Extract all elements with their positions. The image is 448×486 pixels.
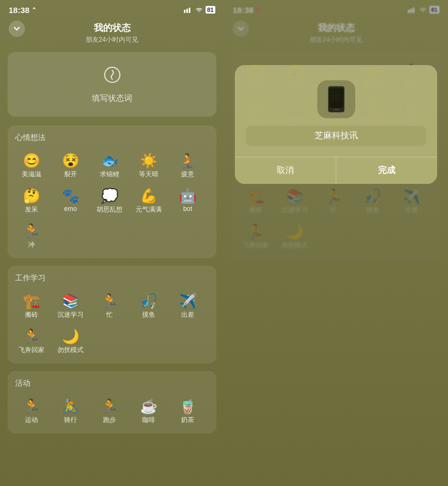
kafei-label: 咖啡: [142, 415, 155, 425]
right-battery-level: 81: [430, 6, 439, 14]
dengtianqing-label: 等天晴: [139, 170, 158, 179]
husisiluanxiang-label: 胡思乱想: [97, 205, 123, 214]
left-header: 我的状态 朋友24小时内可见: [0, 16, 224, 52]
feibenhui-icon: 🏃: [23, 329, 40, 343]
right-panel: 18:38 ♥ 81: [224, 0, 448, 486]
chucha-label: 出差: [181, 310, 194, 319]
left-header-title: 我的状态: [94, 22, 131, 34]
right-wifi-icon: [419, 7, 427, 13]
dengtianqing-icon: ☀️: [140, 154, 157, 168]
svg-marker-0: [33, 7, 36, 9]
wifi-icon: [195, 7, 203, 13]
mood-item-bot[interactable]: 🤖 bot: [169, 184, 206, 218]
left-status-bar: 18:38 81: [0, 0, 224, 16]
mang-label: 忙: [106, 310, 113, 319]
husisiluanxiang-icon: 💭: [101, 189, 118, 203]
write-status-card[interactable]: 填写状态词: [8, 52, 216, 117]
right-time-text: 18:38: [233, 5, 253, 15]
right-header-bg: 我的状态 朋友24小时内可见: [224, 16, 448, 52]
activity-item-yundong[interactable]: 🏃 运动: [13, 395, 50, 428]
right-header-title: 我的状态: [318, 22, 355, 34]
chenmiexuexi-label: 沉迷学习: [57, 310, 84, 319]
right-status-bar: 18:38 ♥ 81: [224, 0, 448, 16]
work-item-chenmiexuexi[interactable]: 📚 沉迷学习: [52, 290, 89, 323]
popup-actions: 取消 完成: [235, 157, 437, 184]
work-item-chucha[interactable]: ✈️ 出差: [169, 290, 206, 323]
piyi-label: 疲意: [181, 170, 194, 179]
left-battery-level: 81: [206, 6, 215, 14]
mood-item-yuanqimanman[interactable]: 💪 元气满满: [130, 184, 167, 218]
activity-item-paobu[interactable]: 🏃 跑步: [91, 395, 128, 428]
meizizhi-label: 美滋滋: [22, 170, 41, 179]
work-item-wuraomode[interactable]: 🌙 勿扰模式: [52, 325, 89, 358]
popup-icon-area: 芝麻科技讯: [235, 65, 437, 157]
left-chevron-button[interactable]: [9, 21, 25, 37]
banzhuang-label: 搬砖: [25, 310, 38, 319]
activity-item-qixing[interactable]: 🚴 骑行: [52, 395, 89, 428]
right-time: 18:38 ♥: [233, 5, 260, 15]
naicha-label: 奶茶: [181, 415, 194, 425]
popup-confirm-button[interactable]: 完成: [336, 157, 437, 184]
mood-section: 心情想法 😊 美滋滋 😵 裂开 🐟 求锦鲤 ☀️ 等天晴 🧎 疲意: [8, 125, 216, 258]
activity-section: 活动 🏃 运动 🚴 骑行 🏃 跑步 ☕ 咖啡 🧋 奶茶: [8, 371, 216, 433]
qiujinli-label: 求锦鲤: [100, 170, 119, 179]
activity-item-naicha[interactable]: 🧋 奶茶: [169, 395, 206, 428]
signal-icon: [184, 7, 193, 13]
work-section-title: 工作学习: [13, 273, 211, 283]
heart-icon: ♥: [255, 6, 259, 14]
mood-item-fadai[interactable]: 🤔 发呆: [13, 184, 50, 218]
feibenhui-label: 飞奔回家: [18, 346, 44, 355]
yundong-icon: 🏃: [23, 399, 40, 413]
mood-item-meizizhi[interactable]: 😊 美滋滋: [13, 149, 50, 182]
wuraomode-label: 勿扰模式: [57, 346, 84, 355]
work-item-moyu[interactable]: 🎣 摸鱼: [130, 290, 167, 323]
yundong-label: 运动: [25, 415, 38, 425]
piyi-icon: 🧎: [179, 154, 196, 168]
kafei-icon: ☕: [140, 399, 157, 413]
svg-rect-10: [334, 109, 339, 110]
activity-section-title: 活动: [13, 379, 211, 388]
left-header-subtitle: 朋友24小时内可见: [86, 35, 138, 44]
mood-item-qiujinli[interactable]: 🐟 求锦鲤: [91, 149, 128, 182]
fadai-label: 发呆: [25, 205, 38, 214]
left-panel: 18:38 81 我的状态 朋友24小时内可见: [0, 0, 224, 486]
qixing-label: 骑行: [64, 415, 77, 425]
work-item-feibenhui[interactable]: 🏃 飞奔回家: [13, 325, 50, 358]
mood-item-emo[interactable]: 🐾 emo: [52, 184, 89, 218]
right-chevron-bg: [233, 21, 249, 37]
paobu-icon: 🏃: [101, 399, 118, 413]
banzhuang-icon: 🏗️: [23, 294, 40, 308]
svg-rect-1: [184, 10, 185, 13]
mood-item-piyi[interactable]: 🧎 疲意: [169, 149, 206, 182]
right-signal-icon: [408, 7, 417, 13]
left-time-text: 18:38: [9, 5, 29, 15]
svg-rect-7: [413, 8, 414, 13]
left-time: 18:38: [9, 5, 37, 15]
liekai-label: 裂开: [64, 170, 77, 179]
right-battery: 81: [430, 6, 439, 14]
mood-item-dengtianqing[interactable]: ☀️ 等天晴: [130, 149, 167, 182]
wuraomode-icon: 🌙: [62, 329, 79, 343]
popup-card: 芝麻科技讯 取消 完成: [235, 65, 437, 184]
moyu-label: 摸鱼: [142, 310, 155, 319]
activity-item-kafei[interactable]: ☕ 咖啡: [130, 395, 167, 428]
emo-label: emo: [64, 205, 76, 213]
work-item-banzhuang[interactable]: 🏗️ 搬砖: [13, 290, 50, 323]
popup-cancel-button[interactable]: 取消: [235, 157, 336, 184]
liekai-icon: 😵: [62, 154, 79, 168]
chucha-icon: ✈️: [179, 294, 196, 308]
mang-icon: 🏃: [101, 294, 118, 308]
work-item-mang[interactable]: 🏃 忙: [91, 290, 128, 323]
mood-item-chong[interactable]: 🏃 冲: [13, 220, 50, 253]
phone-icon: [326, 86, 347, 113]
svg-rect-6: [410, 9, 412, 13]
left-battery: 81: [206, 6, 215, 14]
bot-icon: 🤖: [179, 189, 196, 203]
chong-label: 冲: [28, 240, 35, 250]
mood-item-husisiluanxiang[interactable]: 💭 胡思乱想: [91, 184, 128, 218]
qiujinli-icon: 🐟: [101, 154, 118, 168]
mood-item-liekai[interactable]: 😵 裂开: [52, 149, 89, 182]
naicha-icon: 🧋: [179, 399, 196, 413]
fadai-icon: 🤔: [23, 189, 40, 203]
right-header-subtitle: 朋友24小时内可见: [310, 35, 362, 44]
